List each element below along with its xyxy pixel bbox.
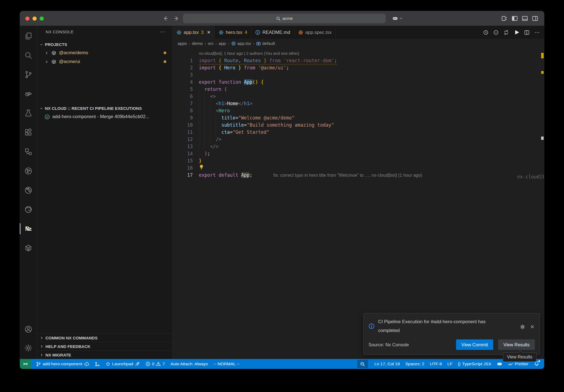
code-line-text: subtitle="Build something amazing today" bbox=[199, 121, 544, 129]
status-auto-attach[interactable]: Auto Attach: Always bbox=[168, 359, 211, 369]
breadcrumb-label: src bbox=[208, 41, 214, 46]
code-editor[interactable]: nx-cloud[bot], 1 hour ago | 2 authors (Y… bbox=[173, 48, 544, 359]
status-label: Launchpad bbox=[112, 361, 133, 366]
activity-item-source-control[interactable] bbox=[20, 65, 37, 84]
indent-guide bbox=[199, 100, 199, 107]
status-label: UTF-8 bbox=[430, 361, 442, 366]
section-help-and-feedback[interactable]: HELP AND FEEDBACK bbox=[37, 342, 172, 350]
customize-layout-icon[interactable] bbox=[501, 15, 508, 21]
activity-item-project-graph[interactable] bbox=[20, 142, 37, 161]
section-projects[interactable]: PROJECTS bbox=[37, 40, 172, 48]
indent-guide bbox=[216, 121, 216, 129]
activity-item-package-explorer[interactable] bbox=[20, 238, 37, 258]
forward-icon[interactable] bbox=[173, 15, 180, 21]
line-number: 6 bbox=[173, 93, 193, 100]
tab-app.tsx[interactable]: app.tsx3✕ bbox=[173, 26, 215, 39]
line-number: 4 bbox=[173, 78, 193, 86]
project-item-@acme/ui[interactable]: @acme/ui bbox=[37, 57, 172, 66]
account-icon bbox=[24, 325, 32, 333]
timeline-icon[interactable] bbox=[493, 30, 499, 35]
tab-README.md[interactable]: README.md bbox=[251, 26, 294, 39]
indent-guide bbox=[204, 100, 205, 107]
indent-guide bbox=[204, 121, 205, 129]
codelens-blame[interactable]: nx-cloud[bot], 1 hour ago | 2 authors (Y… bbox=[199, 50, 544, 57]
status-git-graph[interactable] bbox=[92, 359, 103, 369]
status-language-mode[interactable]: {}TypeScript JSX bbox=[455, 359, 494, 369]
toggle-secondary-sidebar-icon[interactable] bbox=[532, 15, 538, 21]
notification-close-icon[interactable] bbox=[530, 318, 535, 335]
line-number: 5 bbox=[173, 86, 193, 93]
activity-item-account[interactable] bbox=[20, 320, 37, 339]
status-vim-mode[interactable]: -- NORMAL -- bbox=[211, 359, 242, 369]
copilot-icon bbox=[497, 361, 502, 367]
view-results-button[interactable]: View Results bbox=[498, 339, 535, 350]
back-icon[interactable] bbox=[162, 15, 169, 21]
breadcrumb-item-demo[interactable]: demo bbox=[192, 41, 203, 46]
command-center-search[interactable]: acme bbox=[183, 14, 386, 23]
tab-close-icon[interactable]: ✕ bbox=[207, 30, 210, 35]
sync-icon[interactable] bbox=[503, 30, 509, 35]
zoom-window-button[interactable] bbox=[40, 17, 44, 21]
project-item-@acme/demo[interactable]: @acme/demo bbox=[37, 48, 172, 57]
react-orange-icon bbox=[298, 30, 303, 35]
search-icon bbox=[276, 16, 281, 21]
activity-item-edge-browser[interactable] bbox=[20, 200, 37, 219]
breadcrumb-separator: › bbox=[228, 41, 229, 46]
status-encoding[interactable]: UTF-8 bbox=[427, 359, 445, 369]
more-actions-icon[interactable] bbox=[534, 30, 540, 35]
close-window-button[interactable] bbox=[25, 17, 29, 21]
copilot-menu[interactable] bbox=[392, 15, 403, 21]
breadcrumb-item-apps[interactable]: apps bbox=[178, 41, 187, 46]
minimize-window-button[interactable] bbox=[32, 17, 37, 21]
activity-item-settings[interactable] bbox=[20, 339, 37, 357]
toggle-primary-sidebar-icon[interactable] bbox=[512, 15, 518, 21]
indent-guide bbox=[204, 129, 205, 136]
status-problems[interactable]: 07 bbox=[143, 359, 168, 369]
activity-item-search[interactable] bbox=[20, 46, 37, 65]
activity-item-testing[interactable] bbox=[20, 104, 37, 123]
sidebar-more-actions-icon[interactable]: ··· bbox=[160, 29, 166, 35]
view-commit-button[interactable]: View Commit bbox=[456, 339, 493, 350]
remote-indicator[interactable]: >< bbox=[20, 359, 31, 369]
section-nx-cloud[interactable]: NX CLOUD :: RECENT CI PIPELINE EXECUTION… bbox=[37, 104, 172, 112]
activity-item-cloud-graph[interactable] bbox=[20, 161, 37, 181]
status-branch[interactable]: add-hero-component bbox=[33, 359, 92, 369]
section-common-nx-commands[interactable]: COMMON NX COMMANDS bbox=[37, 333, 172, 342]
code-line-text: import { Hero } from '@acme/ui'; bbox=[199, 64, 544, 71]
activity-item-explorer[interactable] bbox=[20, 26, 37, 46]
notification-settings-gear-icon[interactable] bbox=[520, 318, 525, 335]
project-label: @acme/demo bbox=[59, 50, 88, 56]
toggle-panel-icon[interactable] bbox=[522, 15, 528, 21]
run-icon[interactable] bbox=[514, 29, 519, 35]
status-cursor-position[interactable]: Ln 17, Col 19 bbox=[372, 359, 403, 369]
modified-dot-badge bbox=[164, 60, 166, 63]
tab-label: app.spec.tsx bbox=[305, 30, 332, 35]
status-zoom[interactable] bbox=[357, 360, 368, 368]
breadcrumb-item-app.tsx[interactable]: app.tsx bbox=[231, 41, 251, 46]
edge-blame-text: nx-cloud[b bbox=[517, 173, 544, 180]
section-nx-migrate[interactable]: NX MIGRATE bbox=[37, 350, 172, 359]
activity-item-graph-search[interactable] bbox=[20, 181, 37, 200]
status-launchpad[interactable]: Launchpad bbox=[103, 359, 143, 369]
activity-item-nx-console[interactable]: N≥ bbox=[20, 219, 37, 238]
activity-item-extensions[interactable] bbox=[20, 123, 37, 142]
tab-app.spec.tsx[interactable]: app.spec.tsx bbox=[294, 26, 336, 39]
split-editor-icon[interactable] bbox=[524, 30, 530, 35]
activity-item-run-debug[interactable] bbox=[20, 84, 37, 104]
status-indentation[interactable]: Spaces: 2 bbox=[403, 359, 427, 369]
file-blame-icon[interactable] bbox=[483, 30, 489, 35]
indent-guide bbox=[204, 136, 205, 143]
tab-hero.tsx[interactable]: hero.tsx4 bbox=[215, 26, 251, 39]
quick-fix-lightbulb-icon[interactable] bbox=[199, 164, 204, 172]
package-icon bbox=[51, 50, 56, 56]
notification-message: CI Pipeline Execution for #add-hero-comp… bbox=[378, 317, 499, 335]
breadcrumb-item-default[interactable]: default bbox=[256, 41, 275, 46]
breadcrumb-item-app[interactable]: app bbox=[219, 41, 226, 46]
git-branch-icon bbox=[36, 361, 41, 367]
status-eol[interactable]: LF bbox=[445, 359, 455, 369]
breadcrumb-item-src[interactable]: src bbox=[208, 41, 214, 46]
pipeline-execution-item[interactable]: add-hero-component - Merge 409b44e5cb02.… bbox=[37, 112, 172, 121]
breadcrumb-separator: › bbox=[189, 41, 190, 46]
tab-label: app.tsx bbox=[184, 30, 199, 35]
line-number: 13 bbox=[173, 143, 193, 150]
